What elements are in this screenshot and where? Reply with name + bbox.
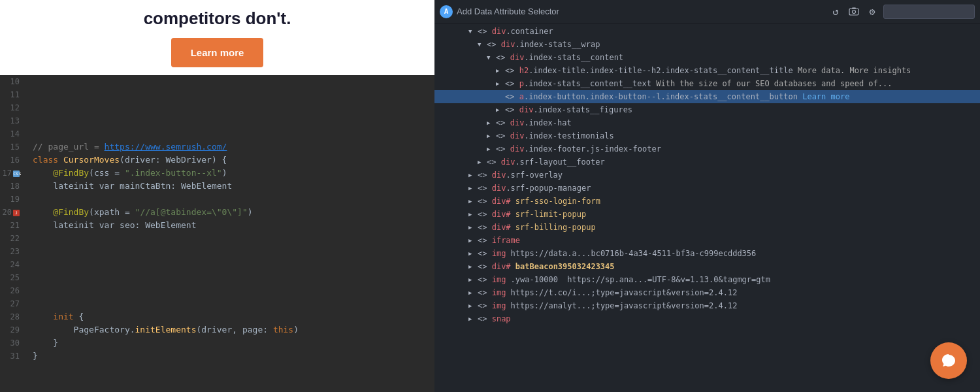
tree-node[interactable]: ▶ <> div# srf-limit-popup [434, 208, 980, 221]
table-row: 12 [0, 101, 434, 114]
table-row: 26 [0, 284, 434, 297]
tree-node[interactable]: ▶ <> img https://t.co/i...;type=javascri… [434, 286, 980, 299]
tree-node[interactable]: ▶ <> img https://analyt...;type=javascri… [434, 299, 980, 312]
expand-arrow-icon[interactable]: ▶ [468, 250, 478, 257]
tree-node[interactable]: ▼ <> div.index-stats__content [434, 51, 980, 64]
expand-arrow-icon[interactable]: ▶ [468, 224, 478, 231]
tree-node[interactable]: ▶ <> div.srf-popup-manager [434, 182, 980, 195]
expand-arrow-icon[interactable]: ▶ [478, 159, 487, 165]
expand-arrow-icon[interactable]: ▶ [468, 211, 478, 218]
tree-tag: <> div.srf-layout__footer [487, 157, 605, 167]
line-number: 26 [0, 284, 26, 297]
tree-tag: <> img https://t.co/i...;type=javascript… [478, 288, 737, 297]
tree-node[interactable]: ▶ <> div.index-footer.js-index-footer [434, 142, 980, 155]
line-content: } [26, 336, 58, 350]
line-content: PageFactory.initElements(driver, page: t… [26, 323, 299, 336]
table-row: 10 [0, 75, 434, 88]
tree-node[interactable]: ▶ <> snap [434, 312, 980, 325]
table-row: 25 [0, 271, 434, 284]
expand-arrow-icon[interactable]: ▶ [496, 106, 505, 113]
expand-arrow-icon[interactable]: ▶ [468, 289, 478, 296]
table-row: 24 [0, 258, 434, 271]
tree-node[interactable]: ▶ <> h2.index-title.index-title--h2.inde… [434, 64, 980, 77]
table-row: 23 [0, 245, 434, 258]
expand-arrow-icon[interactable]: ▶ [496, 67, 505, 74]
tree-tag: <> div.srf-popup-manager [478, 184, 591, 193]
line-number: 24 [0, 258, 26, 271]
refresh-button[interactable]: ↺ [828, 5, 843, 19]
expand-arrow-icon[interactable]: ▶ [468, 237, 478, 244]
tree-tag: <> div.index-stats__figures [505, 105, 632, 114]
tree-tag: <> div.index-testimonials [496, 131, 614, 140]
tree-tag: <> div.srf-overlay [478, 171, 563, 180]
tree-tag: <> a.index-button.index-button--l.index-… [505, 92, 849, 101]
tree-node-selected[interactable]: <> a.index-button.index-button--l.index-… [434, 90, 980, 103]
tree-node[interactable]: ▶ <> div.srf-layout__footer [434, 155, 980, 169]
chat-button[interactable] [930, 342, 967, 379]
devtools-title: Add Data Attribute Selector [457, 7, 559, 16]
table-row: 27 [0, 297, 434, 310]
expand-arrow-icon[interactable]: ▶ [487, 133, 496, 139]
screenshot-button[interactable] [847, 5, 861, 19]
expand-arrow-icon[interactable]: ▼ [478, 41, 487, 48]
table-row: 21 lateinit var seo: WebElement [0, 219, 434, 232]
line-content [26, 101, 33, 114]
expand-arrow-icon[interactable]: ▶ [487, 146, 496, 152]
tree-node[interactable]: ▶ <> div# srf-sso-login-form [434, 195, 980, 208]
expand-arrow-icon[interactable]: ▶ [468, 276, 478, 283]
expand-arrow-icon[interactable]: ▶ [468, 172, 478, 178]
tree-tag: <> img https://analyt...;type=javascript… [478, 301, 737, 310]
tree-node[interactable]: ▶ <> img https://data.a...bc0716b-4a34-4… [434, 247, 980, 260]
line-number: 27 [0, 297, 26, 310]
line-content: @FindBy(css = ".index-button--xl") [26, 167, 227, 180]
expand-arrow-icon[interactable]: ▼ [487, 54, 496, 61]
expand-arrow-icon[interactable]: ▶ [468, 198, 478, 204]
expand-arrow-icon[interactable]: ▶ [468, 302, 478, 309]
tree-node[interactable]: ▼ <> div.container [434, 25, 980, 38]
expand-arrow-icon[interactable]: ▶ [487, 120, 496, 126]
line-number: 13 [0, 114, 26, 127]
settings-button[interactable]: ⚙ [865, 5, 879, 19]
tree-node[interactable]: ▶ <> div.srf-overlay [434, 169, 980, 182]
table-row: 29 PageFactory.initElements(driver, page… [0, 323, 434, 336]
expand-arrow-icon[interactable]: ▶ [496, 80, 505, 87]
expand-arrow-icon[interactable]: ▶ [468, 263, 478, 270]
expand-arrow-icon[interactable]: ▶ [468, 185, 478, 191]
expand-arrow-icon[interactable]: ▶ [468, 316, 478, 322]
line-number: 17css [0, 167, 26, 180]
devtools-panel: A Add Data Attribute Selector ↺ ⚙ ▼ <> d… [434, 0, 980, 392]
svg-point-1 [853, 10, 856, 13]
tree-node[interactable]: ▶ <> div# batBeacon395032423345 [434, 260, 980, 273]
line-number: 31 [0, 350, 26, 363]
line-number: 29 [0, 323, 26, 336]
tree-node[interactable]: ▶ <> div.index-stats__figures [434, 103, 980, 116]
learn-more-button[interactable]: Learn more [171, 38, 264, 67]
line-number: 18 [0, 180, 26, 193]
expand-arrow-icon[interactable]: ▼ [468, 28, 478, 35]
tree-tag: <> div.container [478, 27, 553, 36]
tree-node[interactable]: ▶ <> div.index-testimonials [434, 129, 980, 142]
line-number: 12 [0, 101, 26, 114]
tree-node[interactable]: ▶ <> img .ywa-10000 https://sp.ana...=UT… [434, 273, 980, 286]
tree-node[interactable]: ▶ <> div# srf-billing-popup [434, 221, 980, 234]
tree-node[interactable]: ▼ <> div.index-stats__wrap [434, 38, 980, 51]
tree-tag: <> h2.index-title.index-title--h2.index-… [505, 66, 911, 75]
hero-section: competitors don't. Learn more [0, 0, 434, 75]
line-content [26, 88, 33, 101]
tree-node[interactable]: ▶ <> iframe [434, 234, 980, 247]
table-row: 20 J @FindBy(xpath = "//a[@tabindex=\"0\… [0, 206, 434, 219]
table-row: 18 lateinit var mainCtaBtn: WebElement [0, 180, 434, 193]
line-content: class CursorMoves(driver: WebDriver) { [26, 154, 227, 167]
devtools-tree[interactable]: ▼ <> div.container ▼ <> div.index-stats_… [434, 24, 980, 392]
svg-rect-0 [849, 8, 858, 15]
line-content: } [26, 350, 38, 363]
line-number: 11 [0, 88, 26, 101]
line-content: @FindBy(xpath = "//a[@tabindex=\"0\"]") [26, 206, 253, 219]
tree-node[interactable]: ▶ <> p.index-stats__content__text With t… [434, 77, 980, 90]
search-input[interactable] [883, 5, 975, 19]
tree-node[interactable]: ▶ <> div.index-hat [434, 116, 980, 129]
line-number: 21 [0, 219, 26, 232]
table-row: 30 } [0, 336, 434, 350]
line-number: 10 [0, 75, 26, 88]
svg-rect-2 [852, 7, 856, 8]
